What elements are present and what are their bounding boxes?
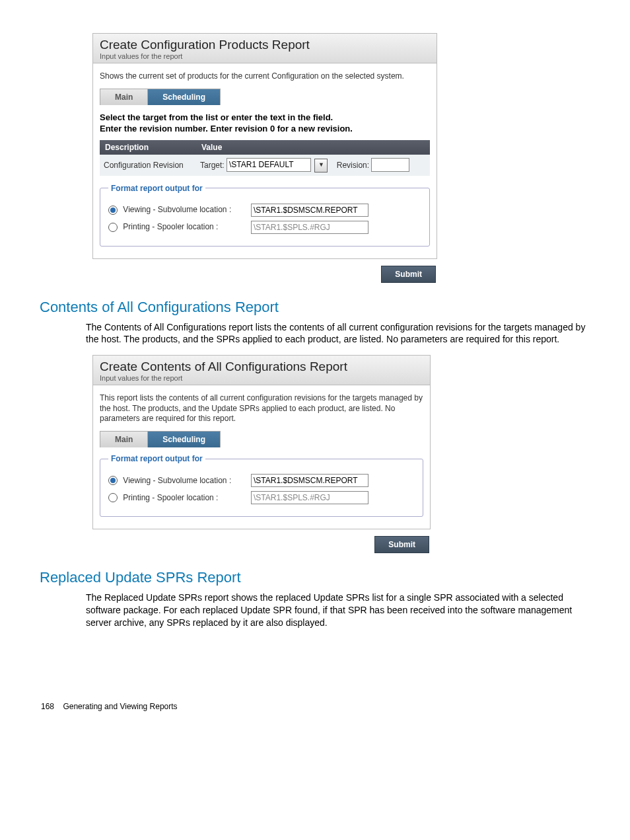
submit-button[interactable]: Submit (381, 266, 436, 283)
printing-option[interactable]: Printing - Spooler location : (108, 222, 247, 232)
printing-location-input[interactable] (251, 491, 368, 504)
radio-icon (108, 206, 118, 215)
panel-desc: Shows the current set of products for th… (100, 71, 430, 82)
revision-input[interactable] (371, 158, 409, 172)
revision-label: Revision: (337, 160, 369, 169)
col-description: Description (100, 140, 196, 155)
tab-scheduling[interactable]: Scheduling (148, 431, 221, 447)
config-table: Description Value Configuration Revision… (100, 140, 430, 176)
fieldset-legend: Format report output for (108, 454, 205, 463)
viewing-location-input[interactable] (251, 474, 368, 487)
radio-icon (108, 493, 118, 502)
fieldset-legend: Format report output for (108, 184, 205, 193)
section-body-replaced: The Replaced Update SPRs report shows th… (86, 592, 590, 629)
target-input[interactable] (227, 158, 311, 172)
page-number: 168 (41, 702, 54, 711)
tab-main[interactable]: Main (100, 89, 148, 105)
page-footer: 168 Generating and Viewing Reports (40, 702, 590, 711)
section-heading-replaced: Replaced Update SPRs Report (40, 569, 590, 586)
submit-button[interactable]: Submit (374, 536, 429, 553)
section-body-contents: The Contents of All Configurations repor… (86, 321, 590, 346)
format-output-fieldset: Format report output for Viewing - Subvo… (100, 184, 430, 247)
panel-subtitle: Input values for the report (100, 52, 430, 60)
panel-title: Create Configuration Products Report (100, 38, 430, 52)
radio-icon (108, 223, 118, 232)
contents-all-config-panel: Create Contents of All Configurations Re… (92, 355, 431, 529)
radio-icon (108, 476, 118, 485)
target-label: Target: (200, 160, 225, 169)
panel-desc: This report lists the contents of all cu… (100, 393, 423, 424)
tab-scheduling[interactable]: Scheduling (148, 89, 221, 105)
format-output-fieldset: Format report output for Viewing - Subvo… (100, 454, 423, 517)
printing-location-input[interactable] (251, 221, 368, 234)
printing-option[interactable]: Printing - Spooler location : (108, 493, 247, 503)
col-value: Value (196, 140, 430, 155)
target-dropdown-button[interactable]: ▼ (314, 159, 328, 172)
panel-title: Create Contents of All Configurations Re… (100, 360, 423, 374)
instruction-text: Select the target from the list or enter… (100, 112, 430, 135)
panel-subtitle: Input values for the report (100, 374, 423, 382)
chapter-title: Generating and Viewing Reports (63, 702, 177, 711)
viewing-option[interactable]: Viewing - Subvolume location : (108, 476, 247, 486)
table-row: Configuration Revision Target: ▼ Revisio… (100, 155, 430, 176)
config-products-report-panel: Create Configuration Products Report Inp… (92, 33, 437, 259)
viewing-location-input[interactable] (251, 204, 368, 217)
tab-main[interactable]: Main (100, 431, 148, 447)
row-description: Configuration Revision (100, 155, 196, 176)
section-heading-contents: Contents of All Configurations Report (40, 299, 590, 316)
viewing-option[interactable]: Viewing - Subvolume location : (108, 205, 247, 215)
